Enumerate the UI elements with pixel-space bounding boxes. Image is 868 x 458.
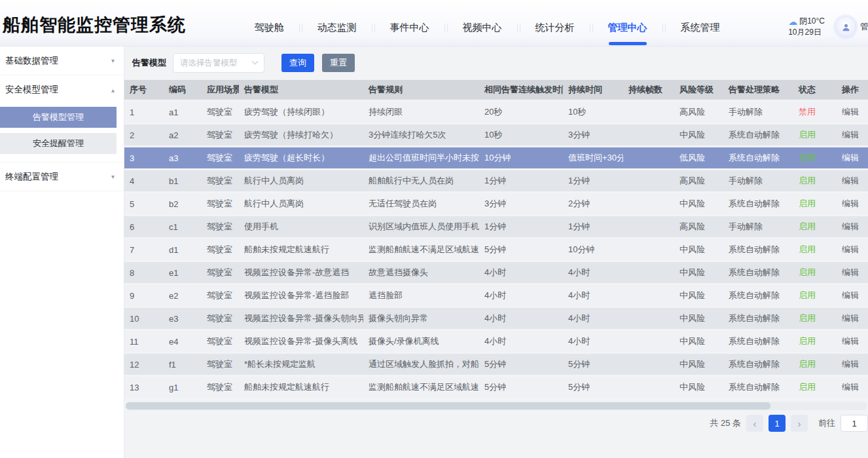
query-button[interactable]: 查询 — [281, 54, 314, 72]
cell-strategy: 系统自动解除 — [723, 354, 793, 377]
cell-strategy: 手动解除 — [723, 216, 793, 239]
cell-no: 2 — [124, 124, 164, 147]
cell-risk: 中风险 — [674, 239, 723, 262]
table-row[interactable]: 13g1驾驶室船舶未按规定航速航行监测船舶航速不满足区域航速限制规定5分钟5分钟… — [124, 377, 868, 400]
edit-link[interactable]: 编辑 — [837, 262, 868, 285]
weather-date: 10月29日 — [788, 28, 825, 38]
nav-item-system[interactable]: 系统管理 — [666, 22, 735, 34]
edit-link[interactable]: 编辑 — [837, 193, 868, 216]
next-page-button[interactable]: › — [791, 415, 808, 432]
nav-item-management[interactable]: 管理中心 — [593, 22, 662, 34]
cell-duration: 4小时 — [563, 308, 623, 331]
cell-risk: 中风险 — [674, 377, 723, 400]
edit-link[interactable]: 编辑 — [837, 377, 868, 400]
cell-scene: 驾驶室 — [202, 239, 239, 262]
status-text: 启用 — [793, 354, 837, 377]
cell-strategy: 系统自动解除 — [723, 377, 793, 400]
edit-link[interactable]: 编辑 — [837, 102, 868, 124]
edit-link[interactable]: 编辑 — [837, 308, 868, 331]
user-name[interactable]: 管理 — [860, 13, 868, 33]
sidebar-group-safety-model[interactable]: 安全模型管理 ▴ — [0, 75, 124, 104]
user-avatar[interactable] — [835, 16, 856, 37]
col-interval: 相同告警连续触发时间间隔 — [479, 80, 563, 102]
cell-model: 视频监控设备异常-摄像头离线 — [239, 331, 363, 354]
alarm-model-select[interactable]: 请选择告警模型 — [173, 53, 264, 73]
col-frames: 持续帧数 — [623, 80, 674, 102]
cell-duration: 10分钟 — [563, 239, 623, 262]
cell-scene: 驾驶室 — [202, 308, 239, 331]
sidebar-group-basic-data[interactable]: 基础数据管理 ▾ — [0, 47, 124, 75]
cell-code: e3 — [164, 308, 202, 331]
cell-code: b1 — [164, 170, 202, 193]
table-row[interactable]: 1a1驾驶室疲劳驾驶（持续闭眼）持续闭眼20秒10秒高风险手动解除禁用编辑 — [124, 102, 868, 124]
col-status: 状态 — [793, 80, 837, 102]
edit-link[interactable]: 编辑 — [837, 354, 868, 377]
nav-item-events[interactable]: 事件中心 — [375, 22, 444, 34]
edit-link[interactable]: 编辑 — [837, 239, 868, 262]
table-row[interactable]: 2a2驾驶室疲劳驾驶（持续打哈欠）3分钟连续打哈欠5次10秒3分钟中风险系统自动… — [124, 124, 868, 147]
table-row[interactable]: 12f1驾驶室*船长未按规定监航通过区域触发人脸抓拍，对船长身份...5分钟5分… — [124, 354, 868, 377]
cell-interval: 5分钟 — [479, 354, 563, 377]
cell-code: e4 — [164, 331, 202, 354]
cell-duration: 4小时 — [563, 331, 623, 354]
table-row[interactable]: 3a3驾驶室疲劳驾驶（超长时长）超出公司值班时间半小时未按规定交接10分钟值班时… — [124, 147, 868, 170]
edit-link[interactable]: 编辑 — [837, 147, 868, 170]
cell-duration: 1分钟 — [563, 170, 623, 193]
cell-no: 12 — [124, 354, 164, 377]
table-row[interactable]: 10e3驾驶室视频监控设备异常-摄像头朝向异常摄像头朝向异常4小时4小时中风险系… — [124, 308, 868, 331]
cell-no: 10 — [124, 308, 164, 331]
table-row[interactable]: 8e1驾驶室视频监控设备异常-故意遮挡故意遮挡摄像头4小时4小时中风险系统自动解… — [124, 262, 868, 285]
col-duration: 持续时间 — [563, 80, 623, 102]
scrollbar-thumb[interactable] — [126, 402, 770, 410]
cell-scene: 驾驶室 — [202, 170, 239, 193]
goto-page-input[interactable] — [841, 415, 868, 432]
table-row[interactable]: 5b2驾驶室航行中人员离岗无适任驾驶员在岗3分钟2分钟中风险系统自动解除启用编辑 — [124, 193, 868, 216]
edit-link[interactable]: 编辑 — [837, 216, 868, 239]
page-1-button[interactable]: 1 — [769, 415, 786, 432]
col-rule: 告警规则 — [363, 80, 479, 102]
cell-code: e2 — [164, 285, 202, 308]
cell-strategy: 系统自动解除 — [723, 262, 793, 285]
col-action: 操作 — [837, 80, 868, 102]
table-row[interactable]: 7d1驾驶室船舶未按规定航速航行监测船舶航速不满足区域航速限制规定5分钟10分钟… — [124, 239, 868, 262]
cell-strategy: 手动解除 — [723, 170, 793, 193]
cell-risk: 中风险 — [674, 262, 723, 285]
cell-scene: 驾驶室 — [202, 354, 239, 377]
reset-button[interactable]: 重置 — [322, 54, 355, 72]
edit-link[interactable]: 编辑 — [837, 285, 868, 308]
nav-item-monitoring[interactable]: 动态监测 — [302, 22, 372, 34]
table-row[interactable]: 11e4驾驶室视频监控设备异常-摄像头离线摄像头/录像机离线4小时4小时中风险系… — [124, 331, 868, 354]
col-scene: 应用场景 — [202, 80, 239, 102]
chevron-up-icon: ▴ — [111, 86, 115, 94]
edit-link[interactable]: 编辑 — [837, 124, 868, 147]
sidebar-group-terminal-config[interactable]: 终端配置管理 ▾ — [0, 162, 124, 191]
table-row[interactable]: 6c1驾驶室使用手机识别区域内值班人员使用手机1分钟1分钟高风险手动解除启用编辑 — [124, 216, 868, 239]
pagination: 共 25 条 ‹ 1 › 前往 — [124, 410, 868, 436]
cell-risk: 中风险 — [674, 193, 723, 216]
cell-no: 7 — [124, 239, 164, 262]
col-risk: 风险等级 — [674, 80, 723, 102]
cell-strategy: 手动解除 — [723, 102, 793, 124]
cell-no: 5 — [124, 193, 164, 216]
nav-item-cockpit[interactable]: 驾驶舱 — [240, 22, 299, 34]
status-text: 启用 — [793, 308, 837, 331]
table-row[interactable]: 9e2驾驶室视频监控设备异常-遮挡脸部遮挡脸部4小时4小时中风险系统自动解除启用… — [124, 285, 868, 308]
nav-item-statistics[interactable]: 统计分析 — [520, 22, 590, 34]
nav-item-video[interactable]: 视频中心 — [448, 22, 517, 34]
cell-rule: 摄像头/录像机离线 — [363, 331, 479, 354]
edit-link[interactable]: 编辑 — [837, 331, 868, 354]
weather-temp: 阴10°C — [799, 16, 825, 27]
cell-strategy: 系统自动解除 — [723, 239, 793, 262]
filter-bar: 告警模型 请选择告警模型 查询 重置 — [124, 46, 868, 80]
table-row[interactable]: 4b1驾驶室航行中人员离岗船舶航行中无人员在岗1分钟1分钟高风险手动解除启用编辑 — [124, 170, 868, 193]
cloud-icon: ☁ — [788, 16, 797, 28]
edit-link[interactable]: 编辑 — [837, 170, 868, 193]
sidebar-item-alarm-model[interactable]: 告警模型管理 — [0, 107, 117, 128]
sidebar-item-safety-reminder[interactable]: 安全提醒管理 — [0, 133, 117, 154]
person-icon — [841, 22, 851, 32]
cell-code: a3 — [164, 147, 202, 170]
prev-page-button[interactable]: ‹ — [746, 415, 763, 432]
cell-no: 8 — [124, 262, 164, 285]
col-code: 编码 — [164, 80, 202, 102]
alarm-model-table: 序号 编码 应用场景 告警模型 告警规则 相同告警连续触发时间间隔 持续时间 持… — [124, 80, 868, 400]
